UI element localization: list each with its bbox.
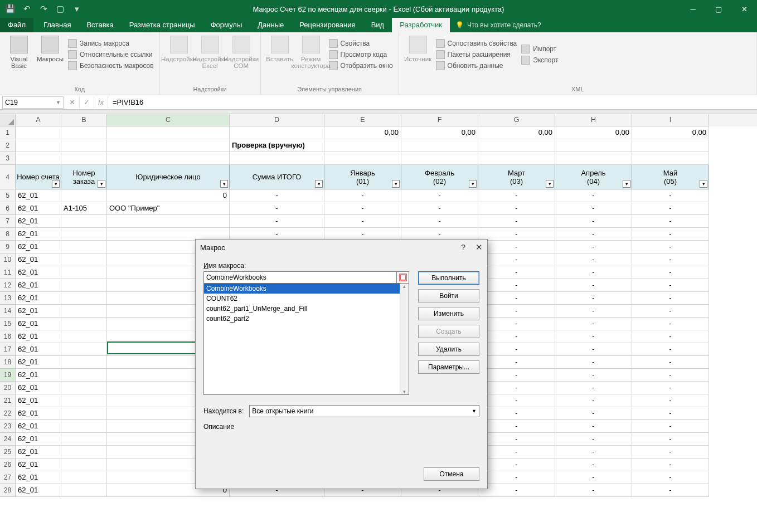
macro-list-item[interactable]: CombineWorkbooks [204, 284, 409, 294]
cell[interactable] [16, 126, 61, 139]
cell[interactable]: 62_01 [16, 318, 61, 330]
list-scrollbar[interactable]: ▴▾ [400, 284, 409, 394]
cell[interactable]: 62_01 [16, 330, 61, 343]
cell[interactable]: 0 [107, 189, 230, 202]
row-head[interactable]: 2 [0, 139, 16, 152]
cell[interactable]: - [478, 382, 555, 394]
cell[interactable]: - [478, 292, 555, 305]
cell[interactable] [61, 471, 107, 484]
row-head[interactable]: 14 [0, 305, 16, 318]
tab-Разработчик[interactable]: Разработчик [392, 18, 450, 32]
row-head[interactable]: 18 [0, 356, 16, 369]
cell[interactable]: - [632, 407, 709, 420]
filter-icon[interactable]: ▾ [392, 180, 400, 188]
macro-list-item[interactable]: count62_part2 [204, 314, 409, 324]
cell[interactable]: - [632, 215, 709, 228]
rb-export[interactable]: Экспорт [519, 55, 560, 66]
cell[interactable]: 0,00 [555, 126, 632, 139]
tab-Главная[interactable]: Главная [36, 18, 79, 32]
cell[interactable] [401, 152, 478, 165]
cell[interactable]: - [632, 458, 709, 471]
select-all-corner[interactable] [0, 114, 16, 126]
cell[interactable]: - [555, 318, 632, 330]
cell[interactable]: - [401, 202, 478, 215]
row-head[interactable]: 10 [0, 253, 16, 266]
row-head[interactable]: 3 [0, 152, 16, 165]
table-header[interactable]: Апрель(04)▾ [555, 165, 632, 189]
row-head[interactable]: 20 [0, 382, 16, 394]
cell[interactable] [107, 152, 230, 165]
cell[interactable] [61, 446, 107, 458]
filter-icon[interactable]: ▾ [315, 180, 323, 188]
cell[interactable] [61, 356, 107, 369]
qa-redo[interactable]: ↷ [37, 2, 50, 16]
cell[interactable]: 62_01 [16, 394, 61, 407]
row-head[interactable]: 25 [0, 446, 16, 458]
rb-macro-security[interactable]: Безопасность макросов [66, 60, 156, 71]
cell[interactable] [61, 318, 107, 330]
cell[interactable]: - [555, 241, 632, 253]
cell[interactable] [61, 139, 107, 152]
row-head[interactable]: 6 [0, 202, 16, 215]
cell[interactable]: 62_01 [16, 343, 61, 356]
row-head[interactable]: 15 [0, 318, 16, 330]
cell[interactable]: A1-105 [61, 202, 107, 215]
cell[interactable] [230, 152, 324, 165]
cell[interactable]: - [478, 420, 555, 433]
table-header[interactable]: Номер заказа▾ [61, 165, 107, 189]
filter-icon[interactable]: ▾ [546, 180, 554, 188]
cell[interactable]: - [478, 279, 555, 292]
cell[interactable] [61, 420, 107, 433]
row-head[interactable]: 9 [0, 241, 16, 253]
tab-file[interactable]: Файл [0, 18, 33, 32]
cell[interactable]: - [632, 228, 709, 241]
cell[interactable]: - [230, 189, 324, 202]
range-select-button[interactable] [397, 271, 409, 284]
cell[interactable] [61, 292, 107, 305]
cell[interactable]: 62_01 [16, 446, 61, 458]
delete-button[interactable]: Удалить [418, 343, 479, 356]
tab-Формулы[interactable]: Формулы [203, 18, 250, 32]
row-head[interactable]: 21 [0, 394, 16, 407]
cell[interactable]: - [632, 330, 709, 343]
win-close[interactable]: ✕ [731, 0, 757, 18]
row-head[interactable]: 24 [0, 433, 16, 446]
col-head-F[interactable]: F [401, 114, 478, 126]
row-head[interactable]: 7 [0, 215, 16, 228]
row-head[interactable]: 13 [0, 292, 16, 305]
rb-refresh-data[interactable]: Обновить данные [434, 60, 520, 71]
table-header[interactable]: Номер счета▾ [16, 165, 61, 189]
row-head[interactable]: 27 [0, 471, 16, 484]
macros-in-combo[interactable]: Все открытые книги▼ [249, 405, 479, 417]
cell[interactable] [61, 407, 107, 420]
cell[interactable] [401, 139, 478, 152]
cell[interactable]: 62_01 [16, 241, 61, 253]
cell[interactable] [324, 139, 401, 152]
cell[interactable]: 0,00 [401, 126, 478, 139]
row-head[interactable]: 26 [0, 458, 16, 471]
qa-new[interactable]: ▢ [54, 2, 67, 16]
cell[interactable]: - [478, 407, 555, 420]
cell[interactable]: - [632, 343, 709, 356]
tab-Вид[interactable]: Вид [363, 18, 392, 32]
cell[interactable]: - [478, 330, 555, 343]
cell[interactable]: - [478, 318, 555, 330]
row-head[interactable]: 1 [0, 126, 16, 139]
cell[interactable]: - [478, 343, 555, 356]
cell[interactable]: ООО "Пример" [107, 202, 230, 215]
cell[interactable]: 62_01 [16, 202, 61, 215]
fx-cancel[interactable]: ✕ [65, 96, 79, 109]
cell[interactable]: 62_01 [16, 228, 61, 241]
cell[interactable]: - [632, 420, 709, 433]
cell[interactable]: - [632, 369, 709, 382]
cell[interactable]: - [478, 471, 555, 484]
cell[interactable]: - [401, 189, 478, 202]
cell[interactable]: - [632, 305, 709, 318]
cell[interactable]: 0,00 [324, 126, 401, 139]
cell[interactable]: - [555, 433, 632, 446]
table-header[interactable]: Юридическое лицо▾ [107, 165, 230, 189]
rb-addins[interactable]: Надстройки [163, 35, 195, 62]
cell[interactable]: - [555, 215, 632, 228]
cell[interactable]: - [632, 202, 709, 215]
cell[interactable] [61, 126, 107, 139]
